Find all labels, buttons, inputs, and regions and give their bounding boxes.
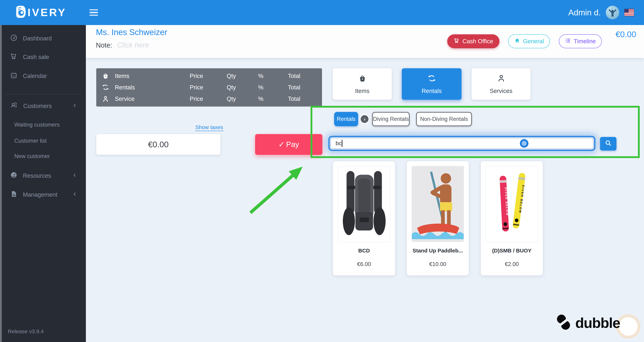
sidebar-item-label: Customers [23,102,52,109]
pay-label: Pay [286,140,299,149]
refresh-icon [427,74,436,84]
sidebar-item-customer-list[interactable]: Customer list [14,137,83,145]
note-label: Note: [96,41,112,49]
product-name: BCD [333,247,395,254]
sidebar-item-resources[interactable]: Resources [10,171,83,180]
cash-office-label: Cash Office [462,38,493,45]
product-card-dsmb-buoy[interactable]: DIVER BELOW DIVER BELOW (D)SMB / BUOY €2… [480,161,543,276]
col-qty: Qty [214,72,248,79]
col-qty: Qty [214,84,248,91]
click-indicator [520,139,528,148]
users-icon [10,101,18,110]
product-card-stand-up-paddleboard[interactable]: Stand Up Paddleb... €10.00 [406,161,469,276]
logo-text: IVERY [28,6,66,18]
col-percent: % [248,72,273,79]
sidebar-subitem-label: Waiting customers [14,122,60,128]
page-header: Ms. Ines Schweizer Note: Click here Cash… [86,25,644,58]
dubble-logo-icon [555,314,572,332]
search-button[interactable] [600,137,616,151]
chevron-left-icon [72,191,77,198]
cart-row-label: Service [115,96,178,102]
avatar[interactable] [606,6,619,19]
topbar-right: Admin d. [568,6,634,19]
cart-row-service: Service Price Qty % Total [96,93,322,105]
cart-summary-table: Items Price Qty % Total Rentals Price Qt… [96,68,322,107]
app-logo[interactable]: IVERY [15,5,66,20]
type-card-rentals[interactable]: Rentals [402,68,462,100]
search-input[interactable]: bc [330,138,593,149]
sidebar-item-label: Dashboard [23,35,52,42]
product-price: €2.00 [481,261,543,268]
timeline-button[interactable]: Timeline [559,34,602,48]
product-price: €6.00 [333,261,395,268]
note-row: Note: Click here [96,41,149,49]
app-root: IVERY Admin d. [0,0,644,342]
dubble-watermark: dubble [555,314,620,332]
cart-icon [454,37,460,45]
refresh-icon [102,83,110,91]
sidebar-divider [4,94,82,94]
breadcrumb-arrow-icon: › [361,115,368,123]
timeline-label: Timeline [574,38,596,45]
sidebar-item-label: Calendar [23,72,47,79]
search-input-value: bc [336,140,342,147]
meter-icon [10,171,18,180]
sidebar-item-customers[interactable]: Customers [10,101,83,110]
cart-row-label: Items [115,72,178,79]
cursor-halo [619,317,638,336]
sidebar-item-cash-sale[interactable]: Cash sale [10,52,83,61]
annotation-arrow [247,161,308,218]
col-total: Total [273,84,315,91]
type-card-label: Services [490,88,512,94]
document-icon [10,190,18,199]
check-icon: ✓ [278,140,284,149]
sidebar: Dashboard Cash sale C [0,25,86,342]
person-icon [102,95,110,103]
col-total: Total [273,72,315,79]
type-card-services[interactable]: Services [472,68,530,100]
tab-non-diving-rentals[interactable]: Non-Diving Rentals [416,112,472,126]
language-flag-us[interactable] [624,9,634,16]
col-price: Price [178,84,214,91]
note-placeholder[interactable]: Click here [117,41,149,49]
sidebar-item-waiting-customers[interactable]: Waiting customers [14,121,83,129]
general-label: General [523,38,544,45]
calendar-icon [10,71,18,80]
type-card-items[interactable]: Items [333,68,392,100]
search-icon [605,139,612,148]
home-icon [514,37,520,45]
type-card-label: Rentals [422,88,442,94]
cash-office-button[interactable]: Cash Office [447,34,500,48]
tab-diving-rentals[interactable]: Diving Rentals [372,112,410,126]
sidebar-subitem-label: New customer [14,153,50,159]
basket-icon [358,74,367,84]
product-name: (D)SMB / BUOY [481,247,543,254]
chevron-left-icon [72,172,77,179]
hamburger-menu-icon[interactable] [90,9,98,15]
product-card-bcd[interactable]: BCD €6.00 [333,161,395,276]
cart-row-items: Items Price Qty % Total [96,70,322,82]
release-version: Release v3.9.4 [8,328,44,334]
sidebar-item-dashboard[interactable]: Dashboard [10,34,83,43]
product-image-buoys: DIVER BELOW DIVER BELOW [486,166,538,242]
text-caret [342,140,342,147]
pay-button[interactable]: ✓ Pay [255,134,322,155]
sidebar-item-calendar[interactable]: Calendar [10,71,83,80]
general-button[interactable]: General [508,34,550,48]
col-percent: % [248,96,273,102]
col-price: Price [178,72,214,79]
customer-name-link[interactable]: Ms. Ines Schweizer [96,27,167,37]
product-image-paddleboarder [412,166,464,242]
username[interactable]: Admin d. [568,8,601,17]
show-taxes-link[interactable]: Show taxes [195,124,223,131]
cart-row-rentals: Rentals Price Qty % Total [96,82,322,93]
product-price: €10.00 [407,261,469,268]
chevron-left-icon [72,102,77,109]
sidebar-scrollbar[interactable] [0,25,2,342]
logo-d-icon [15,5,26,20]
sidebar-item-label: Management [23,191,58,198]
sidebar-item-management[interactable]: Management [10,190,83,199]
tab-rentals-root[interactable]: Rentals [334,112,358,126]
type-card-label: Items [355,88,370,94]
sidebar-item-new-customer[interactable]: New customer [14,152,83,160]
